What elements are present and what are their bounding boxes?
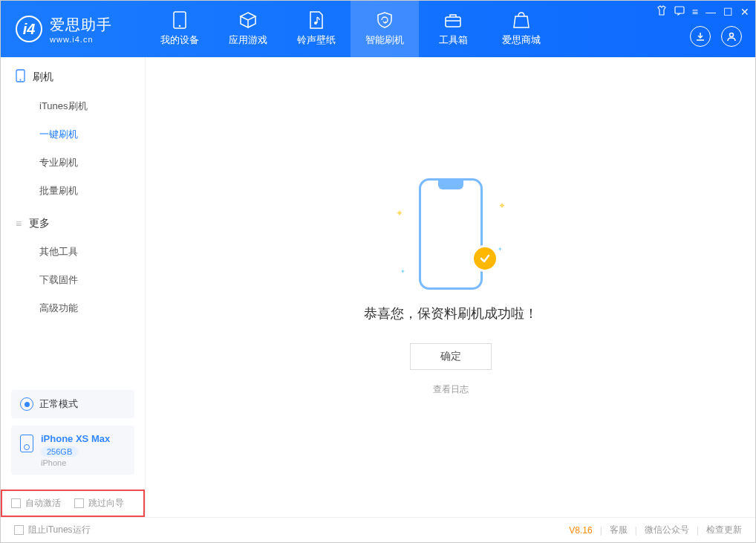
auto-activate-checkbox[interactable]: 自动激活: [11, 497, 61, 510]
sidebar-item-itunes-flash[interactable]: iTunes刷机: [1, 92, 145, 120]
phone-small-icon: [16, 69, 25, 85]
device-panel: 正常模式 iPhone XS Max 256GB iPhone: [1, 383, 145, 482]
divider: |: [635, 525, 637, 536]
download-button[interactable]: [690, 26, 711, 47]
sparkle-icon: ✦: [400, 268, 405, 275]
sidebar-item-download-firmware[interactable]: 下载固件: [1, 266, 145, 294]
nav-apps[interactable]: 应用游戏: [214, 1, 282, 57]
list-icon: ≡: [16, 218, 22, 230]
svg-point-2: [314, 22, 317, 25]
nav-toolbox[interactable]: 工具箱: [419, 1, 487, 57]
refresh-shield-icon: [376, 11, 394, 29]
checkbox-icon: [14, 525, 24, 535]
bottom-options-highlighted: 自动激活 跳过向导: [1, 490, 145, 517]
window-controls: ≡ — ☐ ✕: [656, 5, 749, 18]
block-itunes-checkbox[interactable]: 阻止iTunes运行: [14, 524, 91, 536]
nav-label: 爱思商城: [502, 33, 541, 47]
skip-guide-checkbox[interactable]: 跳过向导: [74, 497, 124, 510]
sparkle-icon: ✦: [498, 201, 506, 211]
header-right-buttons: [690, 26, 742, 47]
support-link[interactable]: 客服: [610, 524, 628, 536]
minimize-icon[interactable]: —: [706, 6, 716, 18]
nav-ringtones[interactable]: 铃声壁纸: [282, 1, 351, 57]
phone-icon: [171, 11, 189, 29]
music-file-icon: [307, 11, 325, 29]
svg-point-1: [179, 25, 181, 27]
user-button[interactable]: [721, 26, 742, 47]
sparkle-icon: ✦: [396, 208, 403, 218]
bag-icon: [512, 11, 530, 29]
sidebar-item-batch-flash[interactable]: 批量刷机: [1, 177, 145, 205]
sidebar-item-oneclick-flash[interactable]: 一键刷机: [1, 120, 145, 149]
nav-label: 工具箱: [439, 33, 468, 47]
nav-my-device[interactable]: 我的设备: [146, 1, 214, 57]
section-label: 更多: [29, 217, 50, 230]
mode-row[interactable]: 正常模式: [11, 390, 134, 418]
toolbox-icon: [444, 11, 462, 29]
sparkle-icon: ✦: [498, 246, 503, 253]
checkbox-label: 跳过向导: [88, 497, 124, 510]
view-log-link[interactable]: 查看日志: [433, 383, 469, 396]
checkbox-icon: [11, 498, 21, 508]
main-content: ✦ ✦ ✦ ✦ 恭喜您，保资料刷机成功啦！ 确定 查看日志: [146, 57, 755, 517]
nav-label: 我的设备: [160, 33, 199, 47]
nav-flash[interactable]: 智能刷机: [351, 1, 419, 57]
nav-label: 应用游戏: [229, 33, 267, 47]
success-check-icon: [472, 245, 498, 272]
sidebar: 刷机 iTunes刷机 一键刷机 专业刷机 批量刷机 ≡ 更多 其他工具 下载固…: [1, 57, 146, 517]
sidebar-item-other-tools[interactable]: 其他工具: [1, 238, 145, 266]
checkbox-label: 阻止iTunes运行: [28, 524, 91, 536]
logo-subtitle: www.i4.cn: [50, 35, 112, 44]
top-nav: 我的设备 应用游戏 铃声壁纸 智能刷机 工具箱 爱思商城: [146, 1, 555, 57]
device-phone-icon: [20, 435, 33, 452]
sidebar-section-flash: 刷机: [1, 57, 145, 92]
footer-bar: 阻止iTunes运行 V8.16 | 客服 | 微信公众号 | 检查更新: [1, 517, 755, 542]
svg-rect-4: [675, 7, 684, 13]
menu-icon[interactable]: ≡: [692, 6, 698, 18]
svg-rect-3: [446, 17, 460, 27]
maximize-icon[interactable]: ☐: [723, 6, 733, 18]
cube-icon: [239, 11, 257, 29]
version-label: V8.16: [569, 525, 592, 536]
nav-label: 铃声壁纸: [297, 33, 336, 47]
tshirt-icon[interactable]: [656, 5, 667, 18]
logo-title: 爱思助手: [50, 15, 112, 35]
device-type: iPhone: [41, 458, 110, 467]
header-bar: i4 爱思助手 www.i4.cn 我的设备 应用游戏 铃声壁纸 智能刷机 工具…: [1, 1, 755, 57]
logo-icon: i4: [16, 16, 42, 42]
mode-label: 正常模式: [39, 397, 78, 411]
success-illustration: ✦ ✦ ✦ ✦: [406, 178, 495, 290]
divider: |: [600, 525, 602, 536]
wechat-link[interactable]: 微信公众号: [645, 524, 689, 536]
divider: |: [697, 525, 699, 536]
section-label: 刷机: [33, 71, 53, 84]
phone-illustration-icon: [419, 178, 483, 290]
close-icon[interactable]: ✕: [740, 6, 749, 18]
feedback-icon[interactable]: [674, 5, 685, 18]
sidebar-item-pro-flash[interactable]: 专业刷机: [1, 149, 145, 177]
check-update-link[interactable]: 检查更新: [706, 524, 742, 536]
logo-block[interactable]: i4 爱思助手 www.i4.cn: [1, 15, 146, 44]
mode-indicator-icon: [20, 397, 33, 411]
storage-badge: 256GB: [41, 446, 78, 457]
ok-button[interactable]: 确定: [410, 343, 492, 370]
device-name: iPhone XS Max: [41, 433, 110, 444]
nav-label: 智能刷机: [365, 33, 404, 47]
device-row[interactable]: iPhone XS Max 256GB iPhone: [11, 426, 134, 475]
svg-point-5: [730, 33, 734, 37]
sidebar-item-advanced[interactable]: 高级功能: [1, 294, 145, 322]
svg-point-7: [20, 79, 22, 81]
checkbox-icon: [74, 498, 84, 508]
checkbox-label: 自动激活: [25, 497, 61, 510]
nav-store[interactable]: 爱思商城: [487, 1, 555, 57]
sidebar-section-more: ≡ 更多: [1, 205, 145, 238]
success-title: 恭喜您，保资料刷机成功啦！: [364, 305, 538, 322]
